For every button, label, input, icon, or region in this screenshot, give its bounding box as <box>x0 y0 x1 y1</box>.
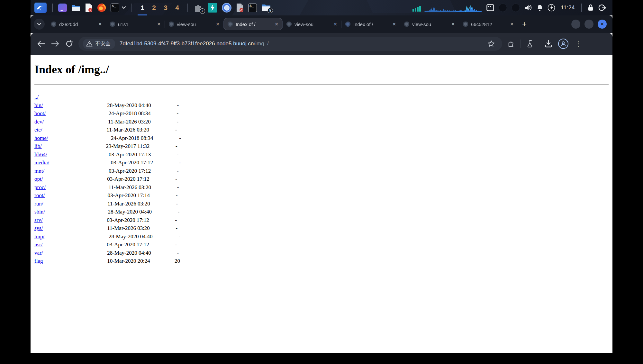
entry-meta: 11-Mar-2026 03:20 - <box>43 201 178 207</box>
tab-8[interactable]: 66c52812✕ <box>459 18 518 30</box>
back-button[interactable] <box>37 40 45 47</box>
listing-row: dev/ 11-Mar-2026 03:20 - <box>34 118 612 126</box>
puzzle-app-badge: 2 <box>200 8 205 14</box>
maximize-button[interactable] <box>584 20 593 29</box>
zap-app-icon[interactable] <box>208 3 217 13</box>
tab-4[interactable]: Index of /✕ <box>224 18 282 30</box>
tab-1[interactable]: d2e20dd✕ <box>47 18 106 30</box>
dir-link-tmp[interactable]: tmp/ <box>34 233 44 240</box>
chromium-app-icon[interactable] <box>222 3 231 13</box>
dir-link-lib[interactable]: lib/ <box>34 143 42 149</box>
notifications-bell-icon[interactable] <box>537 4 543 11</box>
tab-close-icon[interactable]: ✕ <box>156 21 162 27</box>
tab-favicon <box>51 22 56 27</box>
dir-link-var[interactable]: var/ <box>34 250 43 256</box>
new-tab-button[interactable]: + <box>518 20 531 29</box>
security-chip[interactable]: 不安全 <box>83 39 115 49</box>
folder-icon[interactable] <box>71 4 80 12</box>
dir-link-sys[interactable]: sys/ <box>34 225 43 231</box>
network-graph-icon[interactable] <box>424 4 483 12</box>
document-app-icon[interactable] <box>236 3 244 12</box>
window-controls: ✕ <box>571 20 612 29</box>
tab-close-icon[interactable]: ✕ <box>97 21 103 27</box>
dir-link-proc[interactable]: proc/ <box>34 184 46 190</box>
files-app-icon[interactable]: 5 <box>261 4 271 12</box>
dir-link-bin[interactable]: bin/ <box>34 102 43 108</box>
labs-flask-icon[interactable] <box>526 40 533 48</box>
tab-3[interactable]: view-sou✕ <box>165 18 223 30</box>
dir-link-srv[interactable]: srv/ <box>34 217 43 223</box>
tray-app-icon-1[interactable] <box>499 4 507 12</box>
power-manager-icon[interactable] <box>548 4 555 12</box>
clock: 11:24 <box>561 5 575 11</box>
tab-2[interactable]: u1s1✕ <box>106 18 165 30</box>
dir-link-etc[interactable]: etc/ <box>34 127 42 133</box>
url-path: /img../ <box>254 41 269 47</box>
volume-icon[interactable] <box>524 4 532 11</box>
workspace-button-1[interactable]: 1 <box>137 0 148 15</box>
text-editor-icon[interactable] <box>85 3 93 12</box>
tab-5[interactable]: view-sou✕ <box>283 18 341 30</box>
entry-meta: 03-Apr-2020 17:13 - <box>47 151 179 158</box>
reload-button[interactable] <box>65 40 73 48</box>
close-window-button[interactable]: ✕ <box>598 20 607 29</box>
entry-meta: 03-Apr-2020 17:12 - <box>43 241 177 248</box>
divider-bottom <box>34 270 609 270</box>
profile-avatar[interactable] <box>558 39 568 49</box>
extensions-icon[interactable] <box>507 40 515 48</box>
dir-link-lib64[interactable]: lib64/ <box>34 151 47 158</box>
dir-link-mnt[interactable]: mnt/ <box>34 168 44 174</box>
address-bar[interactable]: 不安全 7dfe41bd-5309-4f47-9ff3-b73f1fee2026… <box>78 37 502 51</box>
tab-close-icon[interactable]: ✕ <box>214 21 221 27</box>
taskbar-separator <box>187 4 188 12</box>
forward-button[interactable] <box>51 40 59 47</box>
dir-link-[interactable]: ../ <box>34 94 39 100</box>
tab-6[interactable]: Index of /✕ <box>341 18 400 30</box>
dir-link-root[interactable]: root/ <box>34 192 45 198</box>
downloads-icon[interactable] <box>545 40 552 48</box>
tab-search-button[interactable] <box>34 19 45 30</box>
desktop-stage: $_ 1234 2$_5 <box>0 0 643 364</box>
terminal-app-icon[interactable]: $_ <box>248 4 257 12</box>
tab-close-icon[interactable]: ✕ <box>332 21 339 27</box>
tabs: d2e20dd✕u1s1✕view-sou✕Index of /✕view-so… <box>47 15 518 33</box>
dir-link-media[interactable]: media/ <box>34 159 49 166</box>
bookmark-star-icon[interactable] <box>488 40 495 47</box>
dir-link-usr[interactable]: usr/ <box>34 241 43 248</box>
tab-title: view-sou <box>412 22 450 27</box>
warning-triangle-icon <box>86 41 93 47</box>
chevron-down-icon[interactable] <box>122 6 126 9</box>
terminal-icon[interactable]: $_ <box>111 4 119 12</box>
page-title: Index of /img../ <box>34 62 612 77</box>
listing-row: usr/ 03-Apr-2020 17:12 - <box>34 241 612 249</box>
lock-icon[interactable] <box>587 4 594 11</box>
dir-link-opt[interactable]: opt/ <box>34 176 43 182</box>
window-list-icon[interactable] <box>486 4 494 11</box>
workspace-button-4[interactable]: 4 <box>171 0 183 15</box>
tab-close-icon[interactable]: ✕ <box>509 21 515 27</box>
tab-close-icon[interactable]: ✕ <box>273 21 280 27</box>
cpu-graph-icon[interactable] <box>412 4 422 12</box>
minimize-button[interactable] <box>571 20 580 29</box>
puzzle-app-icon[interactable]: 2 <box>194 3 203 13</box>
dir-link-dev[interactable]: dev/ <box>34 119 44 125</box>
dir-link-boot[interactable]: boot/ <box>34 110 46 116</box>
entry-meta: 10-Mar-2020 20:24 20 <box>43 258 180 264</box>
logout-icon[interactable] <box>598 4 606 12</box>
menu-kebab-icon[interactable]: ⋮ <box>575 43 582 45</box>
tab-close-icon[interactable]: ✕ <box>450 21 456 27</box>
dir-link-sbin[interactable]: sbin/ <box>34 209 45 215</box>
tab-7[interactable]: view-sou✕ <box>400 18 459 30</box>
kali-menu-icon[interactable] <box>34 3 47 13</box>
entry-meta: 11-Mar-2026 03:20 - <box>42 127 177 133</box>
workspace-button-2[interactable]: 2 <box>148 0 160 15</box>
dir-link-flag[interactable]: flag <box>34 258 43 264</box>
tray-app-icon-2[interactable] <box>512 4 520 12</box>
firefox-icon[interactable] <box>97 3 106 12</box>
tab-favicon <box>286 22 292 27</box>
dir-link-run[interactable]: run/ <box>34 201 43 207</box>
tab-close-icon[interactable]: ✕ <box>391 21 397 27</box>
dir-link-home[interactable]: home/ <box>34 135 48 141</box>
workspace-button-3[interactable]: 3 <box>160 0 171 15</box>
file-manager-icon[interactable] <box>58 4 67 12</box>
